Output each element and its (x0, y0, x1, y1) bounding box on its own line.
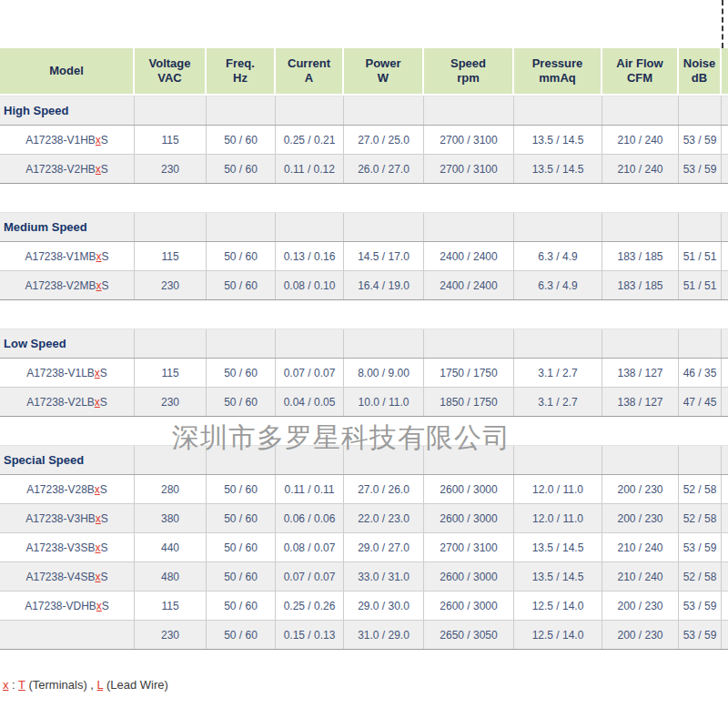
table-row: A17238-V2HBxS 230 50 / 60 0.11 / 0.12 26… (0, 154, 728, 183)
col-header-line1: Noise (683, 56, 715, 71)
model-suffix: S (100, 367, 107, 379)
col-header-line1: Voltage (149, 56, 191, 71)
section-header-row: Medium Speed (0, 212, 728, 242)
model-suffix: S (101, 571, 108, 583)
noise-cell: 52 / 58 (679, 504, 722, 532)
airflow-cell: 200 / 230 (602, 621, 679, 649)
col-header-pressure: Pressure mmAq (514, 48, 602, 94)
speed-cell: 2600 / 3000 (424, 592, 514, 620)
company-watermark: 深圳市多罗星科技有限公司 (172, 420, 511, 457)
airflow-cell: 200 / 230 (602, 475, 679, 503)
col-header-clipped (722, 48, 728, 94)
model-prefix: A17238-V2LB (26, 396, 95, 409)
model-cell (0, 621, 135, 649)
table-row: A17238-V1LBxS 115 50 / 60 0.07 / 0.07 8.… (0, 359, 728, 387)
freq-cell: 50 / 60 (207, 271, 276, 299)
clipped-cell (722, 621, 728, 649)
speed-cell: 2400 / 2400 (424, 271, 514, 299)
footnote-separator: : (9, 678, 19, 692)
clipped-cell (722, 592, 728, 620)
model-prefix: A17238-V1MB (25, 250, 96, 263)
col-header-model: Model (0, 48, 135, 94)
airflow-cell: 200 / 230 (602, 504, 679, 532)
speed-section-block: Special Speed A17238-V28BxS 280 50 / 60 … (0, 445, 728, 650)
model-prefix: A17238-V1HB (25, 134, 96, 147)
pressure-cell: 12.5 / 14.0 (514, 621, 602, 649)
table-row: A17238-V3SBxS 440 50 / 60 0.08 / 0.07 29… (0, 532, 728, 561)
model-cell: A17238-V2MBxS (0, 271, 135, 299)
clipped-cell (722, 155, 728, 183)
power-cell: 31.0 / 29.0 (344, 621, 424, 649)
table-row: A17238-VDHBxS 115 50 / 60 0.25 / 0.26 29… (0, 591, 728, 620)
section-title: Low Speed (0, 337, 66, 350)
col-header-line2: rpm (457, 71, 480, 86)
clipped-cell (722, 126, 728, 154)
model-cell: A17238-V1MBxS (0, 242, 135, 270)
voltage-cell: 380 (135, 504, 207, 532)
model-prefix: A17238-VDHB (25, 600, 96, 612)
noise-cell: 53 / 59 (679, 155, 722, 183)
power-cell: 22.0 / 23.0 (344, 504, 424, 532)
speed-cell: 2600 / 3000 (424, 562, 514, 591)
power-cell: 10.0 / 11.0 (344, 388, 424, 416)
current-cell: 0.11 / 0.11 (276, 475, 344, 503)
model-cell: A17238-VDHBxS (0, 592, 135, 620)
noise-cell: 53 / 59 (679, 621, 722, 649)
spec-sheet-page: Model Voltage VAC Freq. Hz Current A Pow… (0, 0, 728, 728)
speed-cell: 1750 / 1750 (424, 359, 514, 387)
model-cell: A17238-V1HBxS (0, 126, 135, 154)
voltage-cell: 280 (135, 475, 207, 503)
freq-cell: 50 / 60 (207, 621, 276, 649)
model-suffix: S (102, 279, 109, 292)
current-cell: 0.08 / 0.10 (276, 271, 344, 299)
model-prefix: A17238-V1LB (26, 367, 95, 379)
power-cell: 29.0 / 30.0 (344, 592, 424, 620)
pressure-cell: 13.5 / 14.5 (514, 562, 602, 591)
freq-cell: 50 / 60 (207, 475, 276, 503)
current-cell: 0.07 / 0.07 (276, 562, 344, 591)
clipped-cell (722, 271, 728, 299)
noise-cell: 53 / 59 (679, 592, 722, 620)
current-cell: 0.08 / 0.07 (276, 533, 344, 561)
current-cell: 0.06 / 0.06 (276, 504, 344, 532)
freq-cell: 50 / 60 (207, 388, 276, 416)
voltage-cell: 230 (135, 271, 207, 299)
speed-cell: 2700 / 3100 (424, 533, 514, 561)
noise-cell: 52 / 58 (679, 562, 722, 591)
freq-cell: 50 / 60 (207, 562, 276, 591)
section-title: High Speed (0, 104, 69, 117)
col-header-line1: Pressure (532, 56, 583, 71)
power-cell: 16.4 / 19.0 (344, 271, 424, 299)
model-prefix: A17238-V2MB (25, 279, 96, 292)
pressure-cell: 13.5 / 14.5 (514, 155, 602, 183)
freq-cell: 50 / 60 (207, 533, 276, 561)
model-prefix: A17238-V3SB (25, 541, 95, 554)
airflow-cell: 183 / 185 (602, 271, 679, 299)
col-header-line2: dB (692, 71, 707, 86)
model-suffix: S (102, 600, 109, 612)
airflow-cell: 138 / 127 (602, 388, 679, 416)
airflow-cell: 183 / 185 (602, 242, 679, 270)
model-prefix: A17238-V3HB (25, 512, 96, 525)
clipped-cell (722, 242, 728, 270)
speed-cell: 2400 / 2400 (424, 242, 514, 270)
section-title: Special Speed (0, 453, 84, 467)
model-suffix: S (101, 512, 108, 525)
section-header-row: High Speed (0, 96, 728, 126)
voltage-cell: 440 (135, 533, 207, 561)
power-cell: 8.00 / 9.00 (344, 359, 424, 387)
col-header-line2: CFM (627, 71, 652, 86)
voltage-cell: 480 (135, 562, 207, 591)
power-cell: 26.0 / 27.0 (344, 155, 424, 183)
section-header-row: Low Speed (0, 329, 728, 359)
voltage-cell: 230 (135, 388, 207, 416)
model-suffix: S (101, 541, 108, 554)
current-cell: 0.13 / 0.16 (276, 242, 344, 270)
model-prefix: A17238-V4SB (25, 571, 95, 583)
footnote-terminals-code: T (18, 678, 25, 692)
col-header-line1: Speed (450, 56, 486, 71)
clipped-cell (722, 359, 728, 387)
table-row: A17238-V1HBxS 115 50 / 60 0.25 / 0.21 27… (0, 126, 728, 154)
noise-cell: 53 / 59 (679, 126, 722, 154)
col-header-speed: Speed rpm (424, 48, 514, 94)
